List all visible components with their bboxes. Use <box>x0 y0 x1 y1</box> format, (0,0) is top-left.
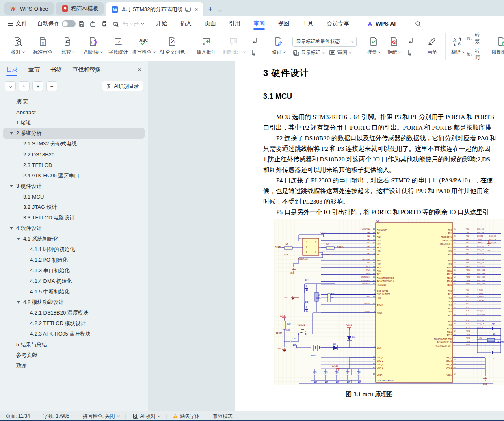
toc-item[interactable]: 摘 要 <box>3 96 145 107</box>
toc-zoom-in-button[interactable]: + <box>32 81 43 91</box>
tab-docer[interactable]: 稻壳AI模板 <box>56 2 104 15</box>
menu-tab-会员专享[interactable]: 会员专享 <box>320 17 356 30</box>
menu-tab-视图[interactable]: 视图 <box>271 17 296 30</box>
ai-proof-status[interactable]: AI 校对 <box>132 413 160 420</box>
next-comment-button[interactable] <box>249 48 260 57</box>
toc-item[interactable]: 4 软件设计 <box>3 223 145 234</box>
restrict-editing-button[interactable]: 限制编辑 <box>489 33 504 60</box>
word-count-button[interactable]: 12字数统计 <box>106 33 131 60</box>
toc-item[interactable]: 致谢 <box>3 360 145 371</box>
reject-button[interactable]: 拒绝 <box>384 33 404 60</box>
ai-recognize-toc-button[interactable]: AI识别目录 <box>102 81 143 91</box>
missing-font-warning[interactable]: 缺失字体 <box>173 413 199 420</box>
sidebar-tab-目录[interactable]: 目录 <box>6 66 18 74</box>
print-preview-button[interactable] <box>110 18 121 29</box>
file-menu-button[interactable]: 文件 <box>5 20 30 27</box>
expand-triangle-icon[interactable] <box>17 301 20 304</box>
spellcheck-status[interactable]: 拼写检查: 关闭 <box>83 413 119 420</box>
toc-item[interactable]: 1 绪论 <box>3 117 145 128</box>
toc-item[interactable]: 3.1 MCU <box>3 191 145 202</box>
markup-state-dropdown[interactable]: 显示标记的最终状态 <box>292 37 357 47</box>
toc-item[interactable]: 4.1.4 DMA 初始化 <box>3 276 145 286</box>
schematic-label: VDD_2 <box>377 360 383 362</box>
sidebar-tab-查找和替换[interactable]: 查找和替换 <box>72 66 101 74</box>
toc-item[interactable]: 2.3 TFTLCD <box>3 160 145 170</box>
export-button[interactable] <box>87 18 98 29</box>
schematic-label: PA4 <box>377 243 381 245</box>
toc-expand-down-button[interactable] <box>5 81 16 91</box>
compat-mode-indicator[interactable]: 兼容模式 <box>213 413 232 420</box>
accept-button[interactable]: 接受 <box>363 33 384 60</box>
autosave-control[interactable]: 自动保存 <box>37 20 76 27</box>
tab-list-chevron[interactable] <box>216 5 223 16</box>
toc-item[interactable]: 2.1 STM32 分布式电缆 <box>3 139 145 149</box>
menu-tab-插入[interactable]: 插入 <box>174 17 198 30</box>
toc-item[interactable]: 2.2 DS18B20 <box>3 149 145 160</box>
standard-review-button[interactable]: 标准审查 <box>30 33 55 60</box>
toc-item[interactable]: 4.2.2 TFTLCD 模块设计 <box>3 318 145 329</box>
proof-button[interactable]: 校对 <box>5 33 30 60</box>
previous-comment-button[interactable] <box>249 35 260 45</box>
read-mode-icon[interactable] <box>185 7 191 12</box>
menu-tab-开始[interactable]: 开始 <box>149 17 174 30</box>
menu-tab-页面[interactable]: 页面 <box>198 17 223 30</box>
document-page[interactable]: 3 硬件设计 3.1 MCU MCU 选用的 STM32RBT6，64 引脚。排… <box>235 61 504 411</box>
toc-item[interactable]: 4.1 系统初始化 <box>3 234 145 244</box>
menu-tab-工具[interactable]: 工具 <box>296 17 320 30</box>
translate-button[interactable]: 文A翻译 <box>448 33 467 60</box>
print-button[interactable] <box>98 18 110 29</box>
search-button[interactable] <box>412 18 424 29</box>
sidebar-tab-章节[interactable]: 章节 <box>28 66 40 74</box>
menu-tab-审阅[interactable]: 审阅 <box>247 17 271 30</box>
to-simplified-button[interactable]: 繁转简 <box>467 47 483 61</box>
toc-item[interactable]: 4.2.3 ATK-HC05 蓝牙模块 <box>3 329 145 339</box>
toc-item[interactable]: 2.4 ATK-HC05 蓝牙串口 <box>3 170 145 181</box>
redo-button[interactable] <box>132 18 144 29</box>
toc-item[interactable]: 2 系统分析 <box>3 128 145 139</box>
ai-polish-button[interactable]: AI 全文润色 <box>156 33 188 60</box>
toc-item[interactable]: 4.2.1 DS18B20 温度模块 <box>3 308 145 318</box>
save-button[interactable] <box>76 18 87 29</box>
autosave-toggle-off[interactable] <box>62 20 76 27</box>
page-indicator[interactable]: 页面: 11/34 <box>6 413 30 420</box>
expand-triangle-icon[interactable] <box>10 227 13 230</box>
show-markup-button[interactable]: 显示标记 <box>292 49 324 56</box>
next-change-button[interactable] <box>405 48 415 57</box>
toc-item[interactable]: 4.1.3 串口初始化 <box>3 265 145 276</box>
insert-comment-button[interactable]: 插入批注 <box>194 33 219 60</box>
previous-change-button[interactable] <box>405 35 415 45</box>
tab-wps-home[interactable]: W WPS Office <box>4 2 54 15</box>
toc-item[interactable]: Abstract <box>3 107 145 117</box>
toc-item[interactable]: 3.2 JTAG 设计 <box>3 202 145 213</box>
toc-collapse-up-button[interactable] <box>19 81 30 91</box>
toc-item[interactable]: 4.1.2 I/O 初始化 <box>3 255 145 265</box>
toc-item[interactable]: 3.3 TFTLCD 电路设计 <box>3 213 145 223</box>
ai-read-button[interactable]: AI朗读 <box>80 33 106 60</box>
track-changes-button[interactable]: 修订 <box>266 33 291 60</box>
menu-tab-引用[interactable]: 引用 <box>223 17 247 30</box>
close-sidebar-icon[interactable]: × <box>138 66 141 74</box>
word-count-indicator[interactable]: 字数: 17985 <box>43 413 69 420</box>
close-tab-icon[interactable]: × <box>195 6 198 13</box>
toc-item[interactable]: 5 结果与总结 <box>3 339 145 350</box>
expand-triangle-icon[interactable] <box>10 185 13 187</box>
toc-item[interactable]: 参考文献 <box>3 350 145 360</box>
spell-check-button[interactable]: ABC拼写检查 <box>131 33 156 60</box>
compare-button[interactable]: 比较 <box>55 33 80 60</box>
toc-item[interactable]: 4.1.5 中断初始化 <box>3 286 145 297</box>
to-traditional-button[interactable]: 简转繁 <box>467 31 483 45</box>
toc-zoom-out-button[interactable]: − <box>46 81 57 91</box>
toc-item[interactable]: 4.2 模块功能设计 <box>3 297 145 308</box>
ink-brush-button[interactable]: 画笔 <box>422 33 443 60</box>
expand-triangle-icon[interactable] <box>17 238 20 240</box>
sidebar-tab-书签[interactable]: 书签 <box>50 66 62 74</box>
tab-document[interactable]: W 基于STM32的分布式电缆温度 × <box>106 2 203 16</box>
toc-item[interactable]: 3 硬件设计 <box>3 181 145 191</box>
toc-item[interactable]: 4.1.1 时钟的初始化 <box>3 244 145 255</box>
divider <box>403 20 403 27</box>
reviewing-pane-button[interactable]: 审阅 <box>329 49 351 56</box>
expand-triangle-icon[interactable] <box>10 132 13 135</box>
new-tab-button[interactable]: + <box>205 5 215 16</box>
undo-button[interactable] <box>121 18 132 29</box>
wps-ai-button[interactable]: WPS AI <box>363 20 400 27</box>
